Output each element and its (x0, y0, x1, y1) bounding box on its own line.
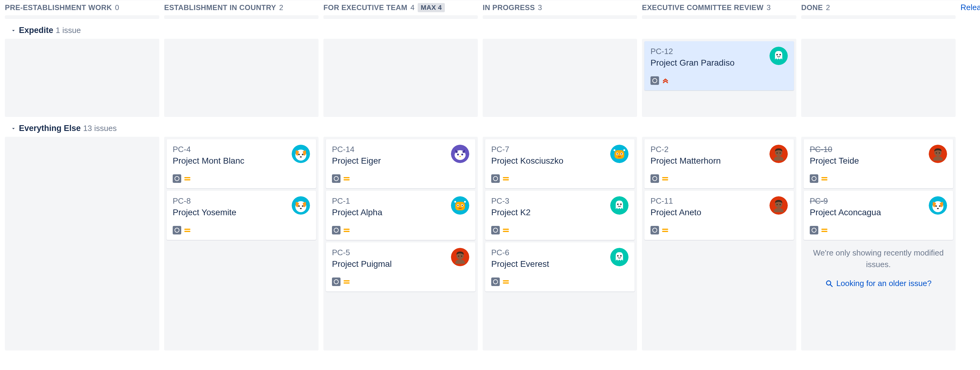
older-issue-label: Looking for an older issue? (836, 279, 931, 288)
svg-line-65 (830, 284, 832, 287)
svg-point-31 (461, 255, 462, 257)
priority-medium-icon (662, 229, 668, 232)
issue-key: PC-6 (491, 248, 549, 257)
assignee-avatar (292, 196, 310, 215)
svg-point-43 (620, 204, 622, 205)
issue-title: Project Aconcagua (810, 207, 881, 217)
column-header-in-progress[interactable]: IN PROGRESS 3 (483, 3, 637, 12)
issue-key: PC-8 (173, 196, 237, 206)
lane-cell-establishment[interactable] (164, 39, 318, 117)
issue-type-icon (332, 226, 340, 234)
issue-type-icon (810, 226, 818, 234)
issue-card[interactable]: PC-6 Project Everest (485, 242, 635, 292)
column-header-pre-establishment[interactable]: PRE-ESTABLISHMENT WORK 0 (5, 3, 159, 12)
issue-card[interactable]: PC-8 Project Yosemite (167, 191, 316, 240)
kanban-board: PRE-ESTABLISHMENT WORK 0 ESTABLISHMENT I… (0, 0, 980, 351)
column-header-executive-team[interactable]: FOR EXECUTIVE TEAM 4 MAX 4 (323, 3, 478, 12)
swimlane-name: Expedite (19, 26, 53, 35)
swimlane-header-expedite[interactable]: Expedite 1 issue (5, 23, 980, 39)
swimlane-name: Everything Else (19, 124, 81, 133)
assignee-avatar (292, 145, 310, 163)
lane-cell-done[interactable]: PC-10 Project Teide PC-9 Project Aconcag… (801, 137, 956, 351)
issue-key: PC-14 (332, 145, 381, 154)
issue-type-icon (651, 76, 659, 85)
lane-cell-done[interactable] (801, 39, 956, 117)
svg-point-39 (614, 149, 616, 151)
svg-point-49 (776, 152, 778, 153)
column-label: DONE (801, 3, 823, 12)
lane-cell-pre[interactable] (5, 39, 159, 117)
column-max-badge: MAX 4 (418, 3, 445, 12)
issue-card[interactable]: PC-1 Project Alpha (326, 191, 476, 240)
issue-title: Project Mont Blanc (173, 156, 244, 166)
svg-point-63 (937, 208, 939, 209)
issue-type-icon (651, 226, 659, 234)
issue-card[interactable]: PC-4 Project Mont Blanc (167, 139, 316, 188)
issue-card[interactable]: PC-7 Project Kosciuszko (485, 139, 635, 188)
svg-point-45 (617, 255, 619, 257)
issue-title: Project Yosemite (173, 207, 237, 217)
svg-point-58 (939, 152, 940, 153)
lane-cell-executive-team[interactable] (323, 39, 478, 117)
issue-type-icon (651, 174, 659, 183)
svg-point-17 (457, 153, 459, 155)
lane-cell-pre[interactable] (5, 137, 159, 351)
issue-type-icon (332, 278, 340, 286)
issue-card[interactable]: PC-3 Project K2 (485, 191, 635, 240)
svg-point-11 (302, 206, 304, 207)
column-header-establishment[interactable]: ESTABLISHMENT IN COUNTRY 2 (164, 3, 318, 12)
lane-cell-establishment[interactable]: PC-4 Project Mont Blanc PC-8 Project Yos… (164, 137, 318, 351)
issue-type-icon (491, 226, 500, 234)
lane-cell-in-progress[interactable]: PC-7 Project Kosciuszko PC-3 Project K2 (483, 137, 637, 351)
issue-type-icon (491, 278, 500, 286)
assignee-avatar (451, 248, 469, 266)
lane-cell-executive-team[interactable]: PC-14 Project Eiger PC-1 Project Alpha (323, 137, 478, 351)
lane-cell-review[interactable]: PC-2 Project Matterhorn PC-11 Project An… (642, 137, 796, 351)
issue-key: PC-9 (810, 196, 881, 206)
svg-rect-20 (455, 202, 465, 211)
issue-card[interactable]: PC-9 Project Aconcagua (803, 191, 953, 240)
svg-point-1 (776, 54, 778, 56)
column-header-done[interactable]: DONE 2 (801, 3, 956, 12)
priority-medium-icon (503, 229, 509, 232)
svg-point-26 (454, 201, 456, 203)
issue-key: PC-3 (491, 196, 531, 206)
issue-key: PC-2 (651, 145, 721, 154)
issue-card[interactable]: PC-14 Project Eiger (326, 139, 476, 188)
chevron-down-icon (10, 126, 16, 132)
issue-card[interactable]: PC-12 Project Gran Paradiso (644, 41, 794, 90)
svg-point-27 (464, 201, 466, 203)
column-label: FOR EXECUTIVE TEAM (323, 3, 407, 12)
issue-card[interactable]: PC-2 Project Matterhorn (644, 139, 794, 188)
svg-point-42 (617, 204, 619, 205)
issue-card[interactable]: PC-5 Project Puigmal (326, 242, 476, 292)
issue-title: Project Alpha (332, 207, 382, 217)
issue-title: Project Everest (491, 259, 549, 269)
svg-point-24 (461, 205, 463, 206)
release-link[interactable]: Release… (961, 3, 980, 12)
svg-point-46 (620, 255, 622, 257)
swimlane-count: 1 issue (56, 26, 81, 35)
issue-card[interactable]: PC-10 Project Teide (803, 139, 953, 188)
svg-point-18 (461, 153, 463, 155)
issue-key: PC-12 (651, 47, 734, 56)
svg-point-5 (298, 154, 300, 155)
lane-cell-in-progress[interactable] (483, 39, 637, 117)
issue-key: PC-1 (332, 196, 382, 206)
issue-key: PC-11 (651, 196, 702, 206)
assignee-avatar (451, 145, 469, 163)
older-issue-link[interactable]: Looking for an older issue? (803, 276, 953, 288)
swimlane-header-everything[interactable]: Everything Else 13 issues (5, 121, 980, 137)
issue-card[interactable]: PC-11 Project Aneto (644, 191, 794, 240)
lane-cell-review[interactable]: PC-12 Project Gran Paradiso (642, 39, 796, 117)
column-header-committee-review[interactable]: EXECUTIVE COMMITTEE REVIEW 3 (642, 3, 796, 12)
assignee-avatar (770, 196, 788, 215)
issue-title: Project K2 (491, 207, 531, 217)
svg-point-6 (302, 154, 304, 155)
column-label: IN PROGRESS (483, 3, 535, 12)
svg-point-57 (936, 152, 937, 153)
column-label: PRE-ESTABLISHMENT WORK (5, 3, 112, 12)
svg-rect-33 (614, 150, 624, 159)
svg-point-62 (939, 206, 941, 207)
priority-medium-icon (821, 229, 827, 232)
